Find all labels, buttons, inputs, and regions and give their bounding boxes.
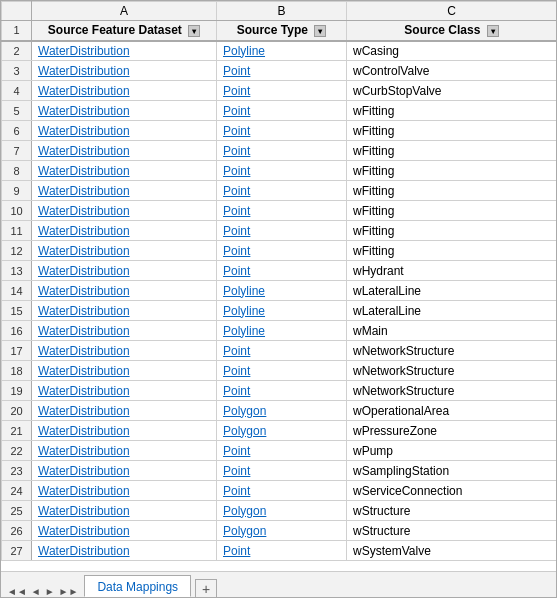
table-row: 26WaterDistributionPolygonwStructure [2, 521, 557, 541]
cell-source-feature-dataset[interactable]: WaterDistribution [32, 261, 217, 281]
cell-source-class[interactable]: wNetworkStructure [347, 341, 557, 361]
cell-source-class[interactable]: wMain [347, 321, 557, 341]
table-row: 9WaterDistributionPointwFitting [2, 181, 557, 201]
cell-source-type[interactable]: Point [217, 221, 347, 241]
scroll-next[interactable]: ► [43, 586, 57, 597]
cell-source-type[interactable]: Polyline [217, 41, 347, 61]
cell-source-type[interactable]: Point [217, 241, 347, 261]
cell-source-feature-dataset[interactable]: WaterDistribution [32, 141, 217, 161]
cell-source-type[interactable]: Point [217, 361, 347, 381]
cell-source-feature-dataset[interactable]: WaterDistribution [32, 461, 217, 481]
cell-source-class[interactable]: wSamplingStation [347, 461, 557, 481]
cell-source-feature-dataset[interactable]: WaterDistribution [32, 81, 217, 101]
cell-source-feature-dataset[interactable]: WaterDistribution [32, 221, 217, 241]
cell-source-type[interactable]: Point [217, 201, 347, 221]
table-row: 10WaterDistributionPointwFitting [2, 201, 557, 221]
cell-source-feature-dataset[interactable]: WaterDistribution [32, 521, 217, 541]
cell-source-type[interactable]: Point [217, 261, 347, 281]
cell-source-class[interactable]: wFitting [347, 161, 557, 181]
cell-source-class[interactable]: wFitting [347, 141, 557, 161]
cell-source-class[interactable]: wFitting [347, 201, 557, 221]
cell-source-class[interactable]: wPump [347, 441, 557, 461]
cell-source-feature-dataset[interactable]: WaterDistribution [32, 401, 217, 421]
table-row: 17WaterDistributionPointwNetworkStructur… [2, 341, 557, 361]
cell-source-type[interactable]: Polygon [217, 501, 347, 521]
cell-source-feature-dataset[interactable]: WaterDistribution [32, 481, 217, 501]
scroll-last[interactable]: ►► [57, 586, 81, 597]
cell-source-class[interactable]: wFitting [347, 241, 557, 261]
cell-source-type[interactable]: Point [217, 461, 347, 481]
cell-source-feature-dataset[interactable]: WaterDistribution [32, 61, 217, 81]
col-letter-a[interactable]: A [32, 2, 217, 21]
cell-source-type[interactable]: Polygon [217, 521, 347, 541]
table-row: 19WaterDistributionPointwNetworkStructur… [2, 381, 557, 401]
cell-source-feature-dataset[interactable]: WaterDistribution [32, 241, 217, 261]
cell-source-type[interactable]: Polyline [217, 321, 347, 341]
cell-source-type[interactable]: Polyline [217, 301, 347, 321]
cell-source-class[interactable]: wNetworkStructure [347, 361, 557, 381]
scroll-first[interactable]: ◄◄ [5, 586, 29, 597]
col-letter-c[interactable]: C [347, 2, 557, 21]
cell-source-feature-dataset[interactable]: WaterDistribution [32, 41, 217, 61]
col-c-filter-icon[interactable]: ▾ [487, 25, 499, 37]
cell-source-class[interactable]: wNetworkStructure [347, 381, 557, 401]
cell-source-class[interactable]: wLateralLine [347, 301, 557, 321]
cell-source-feature-dataset[interactable]: WaterDistribution [32, 501, 217, 521]
cell-source-class[interactable]: wControlValve [347, 61, 557, 81]
col-b-filter-icon[interactable]: ▾ [314, 25, 326, 37]
cell-source-type[interactable]: Point [217, 541, 347, 561]
cell-source-feature-dataset[interactable]: WaterDistribution [32, 421, 217, 441]
cell-source-feature-dataset[interactable]: WaterDistribution [32, 321, 217, 341]
cell-source-type[interactable]: Point [217, 381, 347, 401]
cell-source-feature-dataset[interactable]: WaterDistribution [32, 541, 217, 561]
cell-source-feature-dataset[interactable]: WaterDistribution [32, 381, 217, 401]
cell-source-feature-dataset[interactable]: WaterDistribution [32, 101, 217, 121]
cell-source-type[interactable]: Point [217, 481, 347, 501]
cell-source-class[interactable]: wServiceConnection [347, 481, 557, 501]
cell-source-type[interactable]: Point [217, 161, 347, 181]
cell-source-class[interactable]: wCurbStopValve [347, 81, 557, 101]
table-row: 18WaterDistributionPointwNetworkStructur… [2, 361, 557, 381]
cell-source-type[interactable]: Polyline [217, 281, 347, 301]
cell-source-feature-dataset[interactable]: WaterDistribution [32, 301, 217, 321]
cell-source-feature-dataset[interactable]: WaterDistribution [32, 121, 217, 141]
cell-source-type[interactable]: Point [217, 81, 347, 101]
cell-source-type[interactable]: Point [217, 341, 347, 361]
cell-source-type[interactable]: Point [217, 141, 347, 161]
cell-source-feature-dataset[interactable]: WaterDistribution [32, 161, 217, 181]
cell-source-class[interactable]: wFitting [347, 101, 557, 121]
cell-source-feature-dataset[interactable]: WaterDistribution [32, 341, 217, 361]
cell-source-feature-dataset[interactable]: WaterDistribution [32, 281, 217, 301]
cell-source-class[interactable]: wStructure [347, 521, 557, 541]
cell-source-type[interactable]: Polygon [217, 421, 347, 441]
col-letter-b[interactable]: B [217, 2, 347, 21]
table-row: 21WaterDistributionPolygonwPressureZone [2, 421, 557, 441]
cell-source-type[interactable]: Point [217, 441, 347, 461]
cell-source-type[interactable]: Polygon [217, 401, 347, 421]
cell-source-type[interactable]: Point [217, 121, 347, 141]
cell-source-class[interactable]: wStructure [347, 501, 557, 521]
cell-source-type[interactable]: Point [217, 181, 347, 201]
cell-source-feature-dataset[interactable]: WaterDistribution [32, 201, 217, 221]
cell-source-type[interactable]: Point [217, 101, 347, 121]
cell-source-class[interactable]: wSystemValve [347, 541, 557, 561]
cell-source-class[interactable]: wFitting [347, 181, 557, 201]
row-number: 10 [2, 201, 32, 221]
add-sheet-button[interactable]: + [195, 579, 217, 597]
cell-source-type[interactable]: Point [217, 61, 347, 81]
cell-source-class[interactable]: wFitting [347, 121, 557, 141]
cell-source-class[interactable]: wCasing [347, 41, 557, 61]
cell-source-class[interactable]: wPressureZone [347, 421, 557, 441]
cell-source-class[interactable]: wHydrant [347, 261, 557, 281]
col-a-filter-icon[interactable]: ▾ [188, 25, 200, 37]
row-number: 23 [2, 461, 32, 481]
cell-source-class[interactable]: wLateralLine [347, 281, 557, 301]
cell-source-feature-dataset[interactable]: WaterDistribution [32, 361, 217, 381]
table-row: 11WaterDistributionPointwFitting [2, 221, 557, 241]
cell-source-class[interactable]: wOperationalArea [347, 401, 557, 421]
scroll-prev[interactable]: ◄ [29, 586, 43, 597]
sheet-tab-data-mappings[interactable]: Data Mappings [84, 575, 191, 597]
cell-source-feature-dataset[interactable]: WaterDistribution [32, 441, 217, 461]
cell-source-class[interactable]: wFitting [347, 221, 557, 241]
cell-source-feature-dataset[interactable]: WaterDistribution [32, 181, 217, 201]
